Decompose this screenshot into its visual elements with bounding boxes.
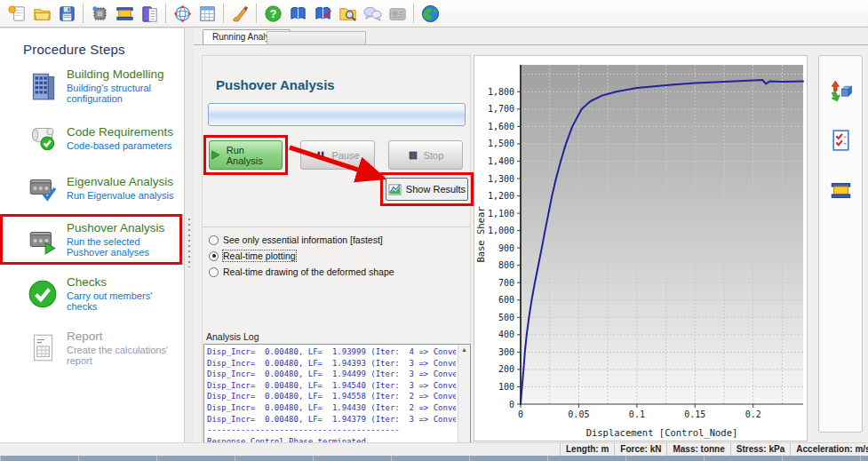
svg-text:500: 500	[498, 313, 514, 322]
svg-text:400: 400	[498, 330, 514, 339]
radio-option-2[interactable]: Real-time plotting	[209, 250, 296, 261]
sidebar-item-building-modelling[interactable]: Building ModellingBuilding's structural …	[0, 60, 184, 111]
processor-settings-icon[interactable]	[87, 2, 112, 25]
sidebar-splitter[interactable]	[185, 28, 194, 442]
show-results-button[interactable]: Show Results	[386, 178, 468, 201]
beam-section-icon[interactable]	[827, 177, 854, 203]
radio-label: Real-time drawing of the deformed shape	[223, 266, 394, 277]
forum-chat-icon[interactable]	[360, 2, 385, 25]
toolbar-separator	[165, 4, 166, 23]
deformed-shape-icon[interactable]	[827, 77, 854, 104]
stop-icon	[408, 150, 418, 161]
pause-icon	[315, 150, 326, 161]
svg-text:1,400: 1,400	[488, 156, 514, 166]
sidebar-item-pushover-analysis[interactable]: Pushover AnalysisRun the selected Pushov…	[0, 214, 182, 265]
spreadsheet-icon[interactable]	[195, 2, 219, 25]
scroll-check-icon	[27, 122, 59, 154]
svg-text:1,800: 1,800	[488, 87, 514, 97]
status-bar: Length: mForce: kNMass: tonneStress: kPa…	[0, 442, 868, 456]
svg-text:600: 600	[498, 295, 514, 305]
sidebar-item-title: Eigenvalue Analysis	[67, 175, 173, 188]
sidebar-item-checks[interactable]: ChecksCarry out members' checks	[0, 268, 184, 319]
svg-text:1,200: 1,200	[488, 191, 514, 201]
sidebar-item-subtitle: Run the selected Pushover analyses	[67, 236, 178, 258]
globe-icon[interactable]	[418, 2, 442, 25]
status-cell: Acceleration: m/sec2	[790, 443, 868, 456]
stop-label: Stop	[424, 150, 444, 161]
svg-text:0: 0	[518, 409, 523, 419]
radio-option-3[interactable]: Real-time drawing of the deformed shape	[209, 266, 394, 277]
status-cell: Mass: tonne	[666, 443, 729, 456]
radio-option-1[interactable]: See only essential information [fastest]	[209, 234, 383, 245]
svg-text:0.15: 0.15	[684, 409, 705, 419]
show-results-label: Show Results	[406, 184, 466, 195]
window-bottom-edge	[0, 456, 868, 461]
help-icon[interactable]: ?	[260, 2, 285, 25]
stop-button[interactable]: Stop	[388, 140, 463, 170]
status-units: Length: mForce: kNMass: tonneStress: kPa…	[560, 443, 868, 456]
svg-text:?: ?	[269, 8, 276, 20]
svg-text:800: 800	[498, 260, 514, 270]
play-icon	[210, 149, 221, 161]
status-cell: Stress: kPa	[730, 443, 790, 456]
svg-text:1,300: 1,300	[488, 174, 514, 184]
svg-text:1,600: 1,600	[488, 122, 514, 131]
sidebar-item-eigenvalue-analysis[interactable]: Eigenvalue AnalysisRun Eigenvalue analys…	[0, 164, 184, 211]
building-icon	[27, 70, 59, 102]
new-document-icon[interactable]	[4, 2, 29, 25]
sidebar-item-report[interactable]: ReportCreate the calculations' report	[0, 322, 184, 373]
beam-section-icon[interactable]	[112, 2, 137, 25]
status-cell: Length: m	[560, 443, 614, 456]
svg-text:0.1: 0.1	[629, 409, 645, 419]
3d-model-icon[interactable]	[170, 2, 195, 25]
progress-bar	[208, 103, 466, 126]
sidebar-item-code-requirements[interactable]: Code RequirementsCode-based parameters	[0, 115, 184, 161]
panel-title: Pushover Analysis	[216, 77, 335, 92]
support-icon[interactable]	[385, 2, 410, 25]
paintbrush-icon[interactable]	[227, 2, 252, 25]
tab-bar: Running Analysis	[194, 28, 868, 44]
chip-play-icon	[27, 224, 59, 256]
svg-text:Displacement [Control_Node]: Displacement [Control_Node]	[586, 427, 738, 439]
pause-label: Pause	[331, 150, 359, 161]
radio-icon[interactable]	[209, 267, 219, 277]
svg-text:900: 900	[498, 243, 514, 253]
report-page-icon	[27, 332, 59, 364]
sidebar-item-title: Pushover Analysis	[67, 221, 178, 234]
checks-list-icon[interactable]	[827, 127, 854, 154]
manual-book-icon[interactable]	[285, 2, 310, 25]
open-project-icon[interactable]	[29, 2, 54, 25]
radio-icon[interactable]	[209, 235, 219, 245]
sidebar-items: Building ModellingBuilding's structural …	[0, 60, 184, 373]
toolbar-separator	[83, 4, 84, 23]
splitter-grip-icon	[188, 219, 190, 267]
sidebar-item-subtitle: Code-based parameters	[67, 140, 173, 151]
sidebar-item-title: Building Modelling	[67, 68, 182, 81]
run-analysis-label: Run Analysis	[227, 145, 282, 166]
search-folder-icon[interactable]	[335, 2, 360, 25]
svg-text:0.2: 0.2	[745, 409, 761, 419]
radio-label: Real-time plotting	[223, 250, 296, 261]
pause-button[interactable]: Pause	[300, 140, 375, 170]
save-icon[interactable]	[54, 2, 79, 25]
toolbar-separator	[223, 4, 224, 23]
svg-text:0.05: 0.05	[568, 409, 589, 419]
check-book-icon[interactable]	[310, 2, 335, 25]
run-analysis-button[interactable]: Run Analysis	[209, 140, 283, 170]
svg-text:700: 700	[498, 278, 514, 288]
radio-icon[interactable]	[209, 251, 219, 261]
svg-text:1,100: 1,100	[488, 209, 514, 219]
tab-empty	[267, 31, 366, 44]
report-book-icon[interactable]	[137, 2, 162, 25]
svg-text:1,700: 1,700	[488, 104, 514, 114]
tab-content: Pushover Analysis Run Analysis Pause Sto…	[194, 44, 868, 442]
sidebar-item-title: Code Requirements	[67, 125, 173, 139]
toolbar-separator	[413, 4, 414, 23]
svg-text:Base Shear: Base Shear	[475, 206, 486, 262]
pushover-curve-panel: 01002003004005006007008009001,0001,1001,…	[474, 55, 808, 441]
pushover-curve-chart: 01002003004005006007008009001,0001,1001,…	[474, 56, 807, 444]
sidebar-item-title: Checks	[67, 275, 182, 289]
toolbar-separator	[256, 4, 257, 23]
scroll-up-icon[interactable]: ▲	[458, 345, 470, 355]
sidebar-item-subtitle: Run Eigenvalue analysis	[67, 190, 173, 201]
